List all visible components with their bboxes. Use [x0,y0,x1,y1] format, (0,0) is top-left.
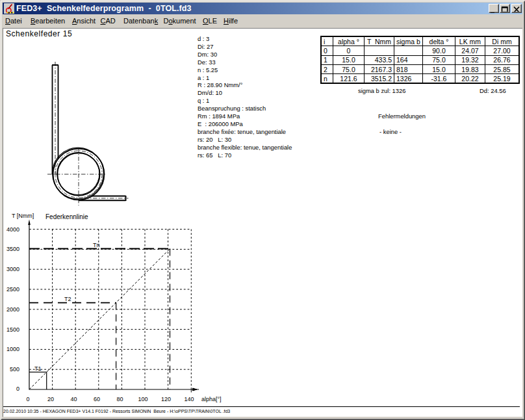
svg-text:0: 0 [26,396,29,402]
svg-text:3500: 3500 [6,246,19,252]
svg-text:Federkennlinie: Federkennlinie [45,213,88,220]
svg-text:20: 20 [47,396,54,402]
svg-text:140: 140 [184,396,194,402]
svg-text:3000: 3000 [6,266,19,272]
svg-text:60: 60 [94,396,100,402]
svg-text:500: 500 [10,366,19,373]
svg-text:1500: 1500 [6,326,19,333]
svg-text:T2: T2 [64,296,71,302]
svg-text:100: 100 [138,396,147,402]
svg-text:T1: T1 [34,365,42,372]
svg-text:1000: 1000 [6,346,19,352]
svg-text:2500: 2500 [6,286,19,293]
svg-text:alpha[°]: alpha[°] [201,396,222,402]
svg-text:0: 0 [16,386,19,392]
svg-text:2000: 2000 [6,306,19,313]
svg-text:4000: 4000 [6,226,19,233]
svg-text:80: 80 [116,396,123,402]
svg-text:120: 120 [161,396,171,402]
svg-text:40: 40 [70,396,77,402]
svg-text:T [Nmm]: T [Nmm] [12,213,34,219]
